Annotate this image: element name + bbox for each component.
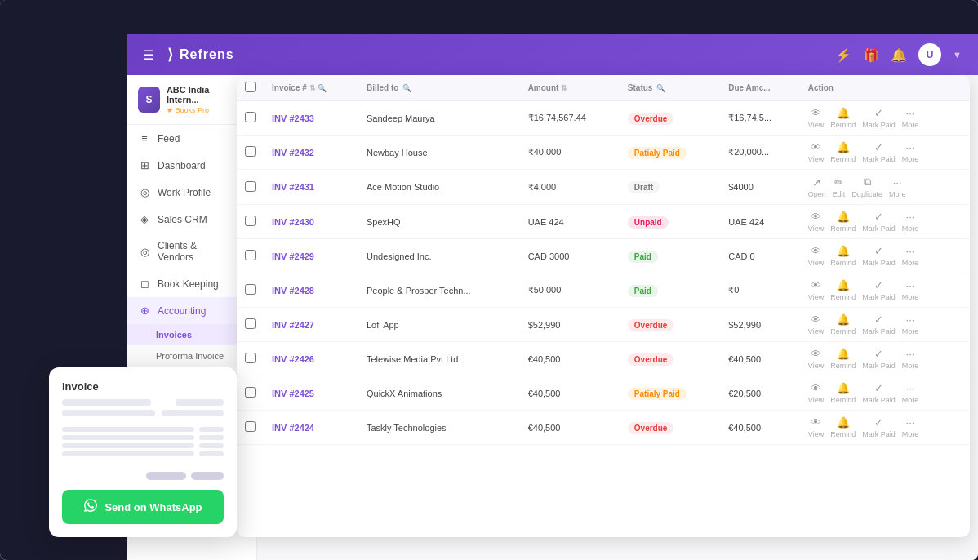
action-more[interactable]: ··· More xyxy=(902,313,919,336)
action-remind[interactable]: 🔔 Remind xyxy=(830,348,856,370)
row-checkbox-1 xyxy=(237,136,264,170)
invoice-number-9[interactable]: INV #2424 xyxy=(272,423,314,433)
row-check-7[interactable] xyxy=(245,353,256,363)
action-mark-paid[interactable]: ✓ Mark Paid xyxy=(862,245,896,267)
action-remind[interactable]: 🔔 Remind xyxy=(830,313,856,336)
preview-total-label xyxy=(146,472,187,480)
invoice-table-scroll[interactable]: Invoice # ⇅🔍 Billed to 🔍 Amount ⇅ Status… xyxy=(237,75,970,504)
action-mark-paid[interactable]: ✓ Mark Paid xyxy=(862,382,896,404)
hamburger-icon[interactable]: ☰ xyxy=(143,47,154,63)
action-label-duplicate: Duplicate xyxy=(851,190,882,198)
filter-invoice-icon[interactable]: 🔍 xyxy=(318,84,327,92)
cell-invoice-num-5: INV #2428 xyxy=(264,273,358,308)
row-check-4[interactable] xyxy=(245,250,256,260)
company-logo: S xyxy=(138,87,160,113)
action-view[interactable]: 👁 View xyxy=(808,382,824,404)
action-view[interactable]: 👁 View xyxy=(808,348,824,370)
action-icons-3: 👁 View 🔔 Remind ✓ Mark Paid ··· More xyxy=(808,211,962,233)
action-duplicate[interactable]: ⧉ Duplicate xyxy=(851,176,882,198)
action-view[interactable]: 👁 View xyxy=(808,416,824,438)
action-mark-paid[interactable]: ✓ Mark Paid xyxy=(862,107,896,129)
action-mark-paid[interactable]: ✓ Mark Paid xyxy=(862,211,896,233)
row-check-9[interactable] xyxy=(245,421,256,432)
row-check-3[interactable] xyxy=(245,216,256,226)
cell-status-1: Patialy Paid xyxy=(620,136,720,170)
cell-action-4: 👁 View 🔔 Remind ✓ Mark Paid ··· More xyxy=(800,239,970,273)
action-mark-paid[interactable]: ✓ Mark Paid xyxy=(862,348,896,370)
action-more[interactable]: ··· More xyxy=(902,211,919,233)
action-icons-0: 👁 View 🔔 Remind ✓ Mark Paid ··· More xyxy=(808,107,962,129)
action-remind[interactable]: 🔔 Remind xyxy=(830,141,856,163)
row-check-8[interactable] xyxy=(245,387,256,398)
action-more[interactable]: ··· More xyxy=(902,416,919,438)
user-avatar[interactable]: U xyxy=(918,43,941,66)
invoice-number-4[interactable]: INV #2429 xyxy=(272,251,314,261)
send-whatsapp-button[interactable]: Send on WhatsApp xyxy=(62,490,224,524)
invoice-number-1[interactable]: INV #2432 xyxy=(272,148,314,158)
bell-icon[interactable]: 🔔 xyxy=(891,47,907,63)
invoice-number-8[interactable]: INV #2425 xyxy=(272,389,314,398)
invoice-number-7[interactable]: INV #2426 xyxy=(272,354,314,364)
action-view[interactable]: 👁 View xyxy=(808,245,824,267)
action-more[interactable]: ··· More xyxy=(902,382,919,404)
gift-icon[interactable]: 🎁 xyxy=(863,47,879,63)
invoice-number-2[interactable]: INV #2431 xyxy=(272,182,314,192)
action-remind[interactable]: 🔔 Remind xyxy=(830,279,856,301)
logo-area: ☰ ⟩ Refrens xyxy=(143,46,835,64)
action-icons-4: 👁 View 🔔 Remind ✓ Mark Paid ··· More xyxy=(808,245,962,267)
action-more[interactable]: ··· More xyxy=(902,245,919,267)
flash-icon[interactable]: ⚡ xyxy=(835,47,851,63)
action-remind[interactable]: 🔔 Remind xyxy=(830,382,856,404)
action-view[interactable]: 👁 View xyxy=(808,279,824,301)
action-more[interactable]: ··· More xyxy=(902,348,919,370)
top-header: ☰ ⟩ Refrens ⚡ 🎁 🔔 U ▼ xyxy=(127,34,978,75)
row-check-6[interactable] xyxy=(245,318,256,329)
action-remind[interactable]: 🔔 Remind xyxy=(830,245,856,267)
invoice-table-popup: Invoice # ⇅🔍 Billed to 🔍 Amount ⇅ Status… xyxy=(237,75,970,537)
action-edit[interactable]: ✏ Edit xyxy=(833,176,846,198)
action-more[interactable]: ··· More xyxy=(889,176,906,198)
action-more[interactable]: ··· More xyxy=(902,141,919,163)
action-more[interactable]: ··· More xyxy=(902,279,919,301)
action-view[interactable]: 👁 View xyxy=(808,107,824,129)
filter-billed-icon[interactable]: 🔍 xyxy=(402,84,411,92)
table-select-all[interactable] xyxy=(245,82,256,92)
action-view[interactable]: 👁 View xyxy=(808,141,824,163)
invoice-number-5[interactable]: INV #2428 xyxy=(272,286,314,296)
work-profile-icon: ◎ xyxy=(138,186,151,198)
action-mark-paid[interactable]: ✓ Mark Paid xyxy=(862,313,896,336)
row-checkbox-6 xyxy=(237,308,264,342)
mark paid-icon: ✓ xyxy=(874,416,883,429)
edit-icon: ✏ xyxy=(834,176,843,189)
sort-invoice-icon[interactable]: ⇅ xyxy=(309,84,316,92)
action-open[interactable]: ↗ Open xyxy=(808,176,826,198)
status-badge-1: Patialy Paid xyxy=(628,147,687,159)
sort-amount-icon[interactable]: ⇅ xyxy=(561,84,567,92)
invoice-number-0[interactable]: INV #2433 xyxy=(272,113,314,123)
status-badge-3: Unpaid xyxy=(628,216,669,229)
cell-due-3: UAE 424 xyxy=(720,205,800,239)
invoice-number-3[interactable]: INV #2430 xyxy=(272,217,314,227)
action-remind[interactable]: 🔔 Remind xyxy=(830,107,856,129)
action-mark-paid[interactable]: ✓ Mark Paid xyxy=(862,279,896,301)
row-check-2[interactable] xyxy=(245,181,256,192)
action-view[interactable]: 👁 View xyxy=(808,313,824,336)
chevron-down-icon[interactable]: ▼ xyxy=(953,50,962,60)
filter-status-icon[interactable]: 🔍 xyxy=(656,84,665,92)
invoice-number-6[interactable]: INV #2427 xyxy=(272,320,314,330)
action-label-more: More xyxy=(902,362,919,370)
preview-line-3 xyxy=(62,410,155,416)
action-label-mark paid: Mark Paid xyxy=(862,327,896,336)
row-check-1[interactable] xyxy=(245,146,256,157)
action-label-more: More xyxy=(889,190,906,198)
action-mark-paid[interactable]: ✓ Mark Paid xyxy=(862,141,896,163)
action-remind[interactable]: 🔔 Remind xyxy=(830,211,856,233)
action-more[interactable]: ··· More xyxy=(902,107,919,129)
row-check-5[interactable] xyxy=(245,284,256,295)
row-check-0[interactable] xyxy=(245,112,256,122)
action-label-view: View xyxy=(808,155,824,163)
action-remind[interactable]: 🔔 Remind xyxy=(830,416,856,438)
cell-amount-0: ₹16,74,567.44 xyxy=(520,101,620,136)
action-mark-paid[interactable]: ✓ Mark Paid xyxy=(862,416,896,438)
action-view[interactable]: 👁 View xyxy=(808,211,824,233)
